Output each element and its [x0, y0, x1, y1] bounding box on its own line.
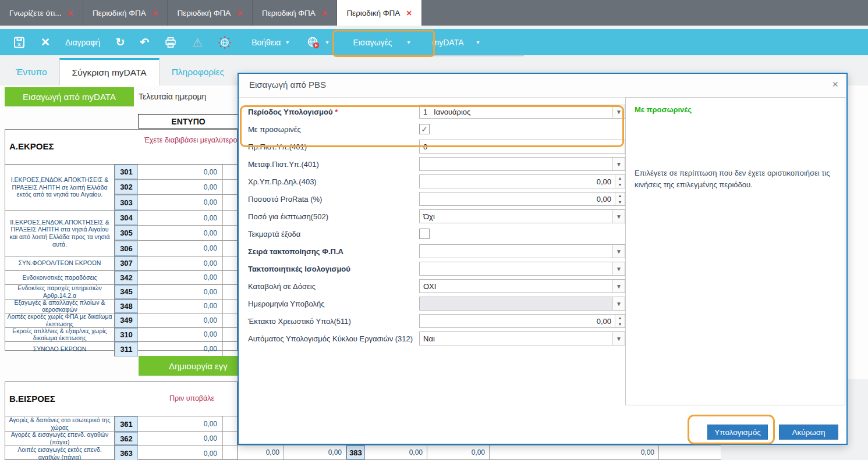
help-menu[interactable]: Βοήθεια▾ — [251, 38, 289, 47]
close-icon[interactable]: × — [832, 79, 838, 91]
doseis-select[interactable]: ΟΧΙ▼ — [419, 279, 625, 293]
chevron-down-icon[interactable]: ▼ — [612, 332, 625, 345]
value-cell[interactable]: 0,00 — [138, 416, 223, 432]
value-cell[interactable]: 0,00 — [138, 285, 223, 299]
with-temporary-checkbox[interactable]: ✓ — [419, 124, 430, 134]
value-cell[interactable]: 0,00 — [138, 313, 223, 327]
refresh-button[interactable]: ↻ — [115, 37, 125, 48]
svg-text:x: x — [17, 41, 21, 47]
chevron-down-icon[interactable]: ▼ — [612, 105, 625, 118]
table-row: Αγορές & δαπάνες στο εσωτερικό της χώρας… — [5, 416, 237, 432]
close-icon[interactable]: ✕ — [321, 9, 327, 17]
window-tab[interactable]: Γνωρίζετε ότι...✕ — [0, 0, 83, 26]
prorata-spinner[interactable]: 0,00▲▼ — [419, 192, 625, 206]
value-cell[interactable]: 0,00 — [138, 445, 223, 460]
value-cell[interactable]: 0,00 — [138, 195, 223, 210]
delete-button[interactable]: Διαγραφή — [65, 38, 100, 47]
field-label: Ημερομηνία Υποβολής — [248, 299, 419, 308]
table-row: Λοιπές εισαγωγές εκτός επενδ. αγαθών (πά… — [5, 445, 237, 460]
spinner-buttons[interactable]: ▲▼ — [615, 315, 625, 327]
section-a-title: Α.ΕΚΡΟΕΣ — [9, 141, 54, 151]
table-row: Αγορές & εισαγωγές επενδ. αγαθών (πάγια)… — [5, 432, 237, 445]
code-cell: 311 — [115, 342, 138, 356]
field-label: Πρ.Πιστ.Υπ.(401) — [248, 142, 419, 151]
value-cell[interactable]: 0,00 — [138, 271, 223, 285]
close-icon[interactable]: ✕ — [67, 9, 73, 17]
app-window: Γνωρίζετε ότι...✕ Περιοδική ΦΠΑ✕ Περιοδι… — [0, 0, 868, 460]
value-cell[interactable]: 0,00 — [138, 299, 223, 313]
value-cell[interactable]: 0,00 — [427, 445, 490, 459]
value-cell[interactable]: 0,00 — [365, 445, 427, 459]
window-tab[interactable]: Περιοδική ΦΠΑ✕ — [168, 0, 253, 26]
taktopoiitikes-select[interactable]: ▼ — [419, 262, 625, 276]
auto-calc-select[interactable]: Ναι▼ — [419, 331, 625, 345]
period-select[interactable]: 1 Ιανουάριος▼ — [419, 105, 625, 119]
value-cell[interactable]: 0,00 — [284, 445, 346, 459]
window-tab[interactable]: Περιοδική ΦΠΑ✕ — [253, 0, 338, 26]
close-icon[interactable]: ✕ — [152, 9, 158, 17]
value-cell[interactable]: 0,00 — [138, 226, 223, 240]
value-cell[interactable]: 0,00 — [238, 445, 284, 459]
table-row: Ενδοκ/κες παροχές υπηρεσιών Αρθρ.14.2.α3… — [5, 285, 237, 299]
value-cell[interactable]: 0,00 — [138, 342, 223, 356]
chevron-down-icon[interactable]: ▼ — [612, 280, 625, 293]
metafpist-select[interactable]: ▼ — [419, 157, 625, 171]
section-b-title: Β.ΕΙΣΡΟΕΣ — [9, 394, 55, 404]
divider — [430, 55, 524, 56]
web-service-button[interactable] — [218, 35, 232, 49]
section-b-notice: Πριν υποβάλε — [169, 394, 237, 402]
field-label: Έκτακτο Χρεωστικό Υπολ(511) — [248, 317, 419, 326]
calculate-button[interactable]: Υπολογισμός — [707, 425, 768, 440]
value-cell[interactable]: 0,00 — [138, 241, 223, 256]
tab-plirofories[interactable]: Πληροφορίες — [160, 58, 236, 85]
ekptosi-select[interactable]: Όχι▼ — [419, 209, 625, 223]
print-button[interactable] — [164, 36, 177, 49]
import-from-mydata-button[interactable]: Εισαγωγή από myDATA — [5, 87, 134, 106]
chevron-down-icon[interactable]: ▼ — [612, 158, 625, 170]
table-eisroes: Β.ΕΙΣΡΟΕΣ Πριν υποβάλε Αγορές & δαπάνες … — [5, 381, 238, 460]
code-cell: 348 — [115, 299, 138, 313]
toolbar: x ✕ Διαγραφή ↻ ↶ ⚠ Βοήθεια▾ — [0, 29, 868, 55]
tekmarta-checkbox[interactable] — [419, 229, 430, 239]
chevron-down-icon[interactable]: ▼ — [612, 245, 625, 258]
window-tab[interactable]: Περιοδική ΦΠΑ✕ — [83, 0, 168, 26]
value-cell[interactable]: 0,00 — [138, 432, 223, 445]
create-entries-button[interactable]: Δημιουργία εγγ — [139, 356, 238, 376]
value-cell[interactable]: 0,00 — [138, 165, 223, 179]
code-cell: 304 — [115, 211, 138, 225]
value-cell[interactable]: 0,00 — [138, 256, 223, 270]
spinner-buttons[interactable]: ▲▼ — [615, 175, 625, 188]
import-from-pbs-dialog: Εισαγωγή από PBS × Περίοδος Υπολογισμού … — [238, 73, 848, 445]
undo-button[interactable]: ↶ — [140, 37, 149, 48]
field-label: Χρ.Υπ.Πρ.Δηλ.(403) — [248, 177, 419, 186]
spinner-buttons[interactable]: ▲▼ — [615, 192, 625, 205]
seira-select[interactable]: ▼ — [419, 244, 625, 258]
imports-menu[interactable]: Εισαγωγές▾ — [353, 38, 410, 47]
value-cell[interactable]: 0,00 — [138, 328, 223, 342]
cancel-button[interactable]: Ακύρωση — [779, 425, 838, 440]
help-panel-title: Με προσωρινές — [635, 105, 836, 114]
dialog-fields: Περίοδος Υπολογισμού * 1 Ιανουάριος▼ Με … — [248, 105, 625, 349]
empty-cell — [659, 445, 721, 459]
close-icon[interactable]: ✕ — [236, 9, 242, 17]
web-video-menu[interactable]: ▾ — [306, 35, 328, 49]
value-cell[interactable]: 0,00 — [138, 211, 223, 225]
mydata-menu[interactable]: myDATA▾ — [433, 38, 480, 47]
chevron-down-icon[interactable]: ▼ — [612, 210, 625, 223]
tab-entypo[interactable]: Έντυπο — [3, 58, 59, 85]
entypo-column-header: ΕΝΤΥΠΟ — [138, 114, 239, 129]
close-icon[interactable]: ✕ — [406, 9, 412, 17]
close-document-button[interactable]: ✕ — [41, 37, 50, 48]
ektakto-spinner[interactable]: 0,00▲▼ — [419, 314, 625, 328]
tab-sygrisi-mydata[interactable]: Σύγκριση myDATA — [59, 58, 160, 85]
save-form-button[interactable]: x — [13, 36, 26, 49]
chevron-down-icon[interactable]: ▼ — [612, 262, 625, 275]
warning-icon: ⚠ — [192, 35, 203, 49]
window-tab-active[interactable]: Περιοδική ΦΠΑ✕ — [337, 0, 422, 26]
value-cell[interactable]: 0,00 — [490, 445, 659, 459]
prpist-input[interactable]: 0 — [419, 140, 625, 154]
warnings-button[interactable]: ⚠ — [192, 35, 203, 49]
code-cell: 302 — [115, 180, 138, 194]
xryp-spinner[interactable]: 0,00▲▼ — [419, 174, 625, 188]
value-cell[interactable]: 0,00 — [138, 180, 223, 194]
